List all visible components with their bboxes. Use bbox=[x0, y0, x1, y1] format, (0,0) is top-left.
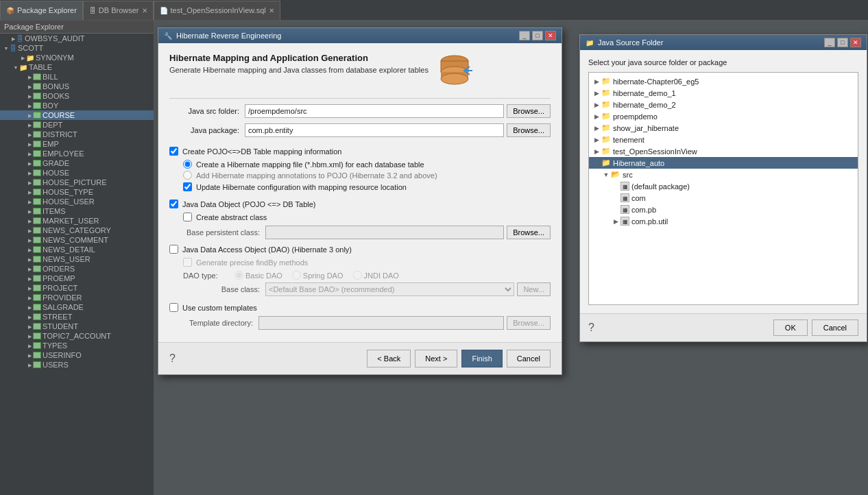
tree-item[interactable]: TYPES bbox=[0, 341, 154, 350]
dialog-maximize-button[interactable]: □ bbox=[532, 31, 543, 40]
tree2-item-testopensc[interactable]: ▶ 📁 test_OpenSessionInView bbox=[589, 145, 858, 157]
dao-basic-input[interactable] bbox=[234, 271, 243, 280]
folder-icon-syn: 📁 bbox=[26, 54, 34, 62]
tree2-item-hibernate-demo1[interactable]: ▶ 📁 hibernate_demo_1 bbox=[589, 87, 858, 99]
generate-findby-label: Generate precise findBy methods bbox=[196, 258, 308, 267]
tree-item[interactable]: BILL bbox=[0, 72, 154, 82]
dialog2-help-icon[interactable]: ? bbox=[588, 322, 594, 334]
next-button[interactable]: Next > bbox=[415, 350, 457, 367]
tree-item[interactable]: 📁 TABLE bbox=[0, 62, 154, 72]
tree2-item-hibernate-auto[interactable]: ▼ 📁 Hibernate_auto bbox=[589, 157, 858, 169]
tree-item[interactable]: 🗄 SCOTT bbox=[0, 43, 154, 53]
cancel-button[interactable]: Cancel bbox=[507, 350, 551, 367]
dialog-minimize-button[interactable]: _ bbox=[519, 31, 530, 40]
tree2-item-default-pkg[interactable]: ▦ (default package) bbox=[589, 180, 858, 192]
radio-hbm[interactable] bbox=[183, 160, 192, 169]
java-pkg-browse-button[interactable]: Browse... bbox=[507, 123, 551, 137]
tree-item[interactable]: GRADE bbox=[0, 158, 154, 168]
generate-findby-checkbox[interactable] bbox=[183, 258, 192, 267]
tab-test-close-icon[interactable]: ✕ bbox=[269, 7, 274, 14]
tree-item[interactable]: HOUSE_TYPE bbox=[0, 187, 154, 197]
tree-item[interactable]: PROVIDER bbox=[0, 293, 154, 302]
tree-label: BOY bbox=[43, 101, 58, 110]
java-pkg-input[interactable] bbox=[245, 123, 504, 137]
tree-item[interactable]: SALGRADE bbox=[0, 302, 154, 312]
template-dir-input[interactable] bbox=[258, 316, 504, 330]
table-icon bbox=[33, 342, 41, 349]
content-area: 🔧 Hibernate Reverse Engineering _ □ ✕ bbox=[154, 21, 868, 495]
tree-item[interactable]: BOOKS bbox=[0, 91, 154, 101]
tree-item[interactable]: BONUS bbox=[0, 82, 154, 91]
dialog2-cancel-button[interactable]: Cancel bbox=[812, 319, 858, 336]
tree-item[interactable]: 📁 SYNONYM bbox=[0, 53, 154, 62]
java-src-browse-button[interactable]: Browse... bbox=[507, 104, 551, 118]
dao-checkbox[interactable] bbox=[169, 245, 178, 254]
tree-item[interactable]: COURSE bbox=[0, 110, 154, 120]
tree-item[interactable]: DISTRICT bbox=[0, 130, 154, 139]
project-icon-selected: 📁 bbox=[601, 158, 611, 167]
new-button[interactable]: New... bbox=[517, 282, 551, 296]
java-src-row: Java src folder: Browse... bbox=[169, 104, 551, 118]
tree2-item-com[interactable]: ▦ com bbox=[589, 192, 858, 204]
template-browse-button[interactable]: Browse... bbox=[507, 316, 551, 330]
tree-item[interactable]: HOUSE_USER bbox=[0, 197, 154, 206]
radio-annotation[interactable] bbox=[183, 171, 192, 180]
tree2-item-tenement[interactable]: ▶ 📁 tenement bbox=[589, 134, 858, 145]
tree-item[interactable]: PROEMP bbox=[0, 274, 154, 283]
dialog2-ok-button[interactable]: OK bbox=[773, 319, 808, 336]
dialog2-minimize-button[interactable]: _ bbox=[824, 38, 835, 47]
back-button[interactable]: < Back bbox=[367, 350, 411, 367]
tree-item[interactable]: NEWS_CATEGORY bbox=[0, 226, 154, 235]
dialog-close-button[interactable]: ✕ bbox=[545, 31, 556, 40]
base-persistent-browse-button[interactable]: Browse... bbox=[507, 226, 551, 239]
tree2-item-proempdemo[interactable]: ▶ 📁 proempdemo bbox=[589, 110, 858, 122]
tree-item[interactable]: DEPT bbox=[0, 120, 154, 130]
tree2-item-hibernate-chapter[interactable]: ▶ 📁 hibernate-Chapter06_eg5 bbox=[589, 75, 858, 87]
tree-item[interactable]: NEWS_DETAIL bbox=[0, 245, 154, 254]
update-config-checkbox[interactable] bbox=[183, 182, 192, 191]
tree-item[interactable]: USERS bbox=[0, 360, 154, 370]
tree2-item-hibernate-demo2[interactable]: ▶ 📁 hibernate_demo_2 bbox=[589, 99, 858, 110]
create-abstract-checkbox[interactable] bbox=[183, 213, 192, 221]
tree-item[interactable]: NEWS_COMMENT bbox=[0, 235, 154, 245]
tree-item[interactable]: BOY bbox=[0, 101, 154, 110]
tree-item[interactable]: STUDENT bbox=[0, 322, 154, 331]
tree-item[interactable]: PROJECT bbox=[0, 283, 154, 293]
custom-templates-checkbox[interactable] bbox=[169, 303, 178, 312]
tree2-item-com-pb[interactable]: ▦ com.pb bbox=[589, 204, 858, 215]
tree-item[interactable]: EMPLOYEE bbox=[0, 149, 154, 158]
java-data-checkbox[interactable] bbox=[169, 200, 178, 208]
tree-item[interactable]: EMP bbox=[0, 139, 154, 149]
pkg-icon: ▦ bbox=[620, 217, 629, 226]
tree-item[interactable]: TOPIC7_ACCOUNT bbox=[0, 331, 154, 341]
base-class-select[interactable]: <Default Base DAO> (recommended) bbox=[265, 282, 514, 296]
dialog2-close-button[interactable]: ✕ bbox=[850, 38, 861, 47]
tree-item[interactable]: STREET bbox=[0, 312, 154, 322]
tree-item[interactable]: HOUSE_PICTURE bbox=[0, 178, 154, 187]
create-pojo-checkbox[interactable] bbox=[169, 147, 178, 156]
tree-item[interactable]: USERINFO bbox=[0, 350, 154, 360]
tab-db-close-icon[interactable]: ✕ bbox=[142, 7, 147, 14]
project-icon: 📁 bbox=[601, 100, 611, 109]
tree-item[interactable]: ORDERS bbox=[0, 264, 154, 274]
help-icon[interactable]: ? bbox=[169, 352, 176, 365]
tab-db-browser[interactable]: 🗄 DB Browser ✕ bbox=[83, 1, 154, 20]
tree2-item-src[interactable]: ▼ 📂 src bbox=[589, 169, 858, 180]
tree-item[interactable]: ITEMS bbox=[0, 206, 154, 216]
tree2-item-showjar[interactable]: ▶ 📁 show_jar_hibernate bbox=[589, 122, 858, 134]
tree-item[interactable]: HOUSE bbox=[0, 168, 154, 178]
finish-button[interactable]: Finish bbox=[461, 350, 502, 367]
tree-item[interactable]: 🗄 OWBSYS_AUDIT bbox=[0, 34, 154, 43]
expand-boy-icon bbox=[26, 102, 33, 109]
tab-test-file[interactable]: 📄 test_OpenSessionInView.sql ✕ bbox=[154, 1, 280, 20]
tree-item[interactable]: NEWS_USER bbox=[0, 254, 154, 264]
base-class-label: Base class: bbox=[183, 285, 265, 293]
java-src-input[interactable] bbox=[245, 104, 504, 118]
dao-jndi-input[interactable] bbox=[353, 271, 362, 280]
tree2-item-com-pb-util[interactable]: ▶ ▦ com.pb.util bbox=[589, 215, 858, 227]
tab-package-explorer[interactable]: 📦 Package Explorer bbox=[0, 1, 83, 20]
dao-spring-input[interactable] bbox=[292, 271, 301, 280]
base-persistent-input[interactable] bbox=[265, 226, 504, 239]
dialog2-maximize-button[interactable]: □ bbox=[837, 38, 848, 47]
tree-item[interactable]: MARKET_USER bbox=[0, 216, 154, 226]
